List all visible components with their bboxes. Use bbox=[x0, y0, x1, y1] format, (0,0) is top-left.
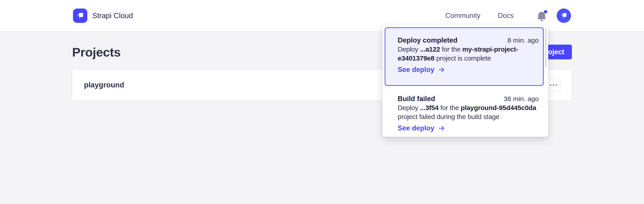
arrow-right-icon bbox=[438, 125, 445, 132]
avatar-strapi-glyph bbox=[559, 11, 568, 20]
user-avatar[interactable] bbox=[557, 9, 571, 23]
see-deploy-label: See deploy bbox=[398, 66, 434, 74]
notifications-list: Deploy completed 8 min. ago Deploy ...a1… bbox=[385, 27, 544, 139]
see-deploy-label: See deploy bbox=[398, 124, 434, 132]
notification-header: Build failed 36 min. ago bbox=[398, 94, 539, 103]
notification-header: Deploy completed 8 min. ago bbox=[398, 36, 539, 45]
see-deploy-link[interactable]: See deploy bbox=[398, 66, 445, 74]
notification-item[interactable]: Deploy completed 8 min. ago Deploy ...a1… bbox=[385, 27, 544, 86]
nav-link-docs[interactable]: Docs bbox=[498, 12, 514, 20]
unread-indicator-dot bbox=[544, 10, 547, 14]
notification-item[interactable]: Build failed 36 min. ago Deploy ...3f54 … bbox=[385, 86, 544, 139]
notification-title: Deploy completed bbox=[398, 36, 458, 45]
notification-title: Build failed bbox=[398, 94, 435, 103]
notification-timestamp: 36 min. ago bbox=[504, 94, 539, 103]
nav-link-community[interactable]: Community bbox=[446, 12, 480, 20]
notification-timestamp: 8 min. ago bbox=[508, 36, 539, 45]
brand-title: Strapi Cloud bbox=[92, 12, 133, 20]
project-more-actions-button[interactable] bbox=[546, 78, 560, 92]
notifications-bell-button[interactable] bbox=[537, 8, 547, 24]
page-title: Projects bbox=[72, 45, 121, 59]
arrow-right-icon bbox=[438, 66, 445, 73]
ellipsis-icon bbox=[550, 84, 551, 86]
dropdown-scrollbar-thumb[interactable] bbox=[545, 28, 546, 67]
notification-message: Deploy ...a122 for the my-strapi-project… bbox=[398, 45, 539, 63]
notification-message: Deploy ...3f54 for the playground-95d445… bbox=[398, 103, 539, 121]
notifications-dropdown: Deploy completed 8 min. ago Deploy ...a1… bbox=[382, 25, 548, 137]
see-deploy-link[interactable]: See deploy bbox=[398, 124, 445, 132]
strapi-logo[interactable] bbox=[73, 9, 87, 23]
